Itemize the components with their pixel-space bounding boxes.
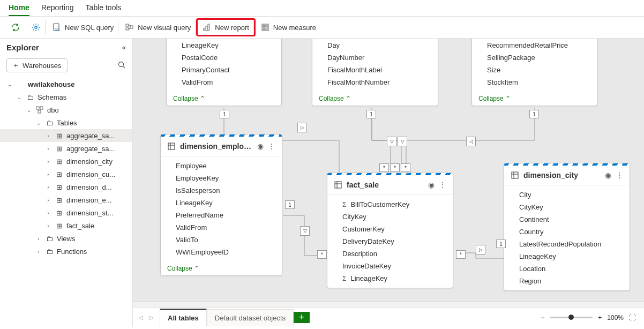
- field: PostalCode: [167, 51, 281, 64]
- explorer-tree: ⌄wwilakehouse ⌄🗀Schemas ⌄dbo ⌄🗀Tables ›⊞…: [0, 77, 132, 327]
- field: LatestRecordedPopulation: [504, 238, 630, 250]
- diagram-card-partial-3[interactable]: RecommendedRetailPrice SellingPackage Si…: [471, 39, 597, 106]
- svg-rect-3: [126, 24, 129, 26]
- tab-table-tools[interactable]: Table tools: [86, 3, 122, 16]
- more-icon[interactable]: ⋮: [616, 171, 623, 180]
- zoom-out-button[interactable]: −: [541, 314, 544, 321]
- tab-home[interactable]: Home: [9, 3, 29, 16]
- table-row[interactable]: ›⊞dimension_city: [0, 155, 132, 168]
- field: PreferredName: [161, 209, 282, 221]
- more-icon[interactable]: ⋮: [268, 142, 275, 151]
- explorer-panel: Explorer « ＋ Warehouses ⌄wwilakehouse ⌄🗀…: [0, 39, 133, 327]
- tree-dbo[interactable]: ⌄dbo: [0, 103, 132, 116]
- tab-reporting[interactable]: Reporting: [41, 3, 74, 16]
- svg-rect-13: [266, 28, 267, 29]
- horizontal-scrollbar[interactable]: [133, 301, 644, 308]
- new-measure-button[interactable]: New measure: [256, 20, 320, 35]
- ribbon-tabs: Home Reporting Table tools: [0, 0, 644, 17]
- sql-icon: SQL: [52, 23, 62, 32]
- field: FiscalMonthNumber: [312, 76, 438, 88]
- field: RecommendedRetailPrice: [472, 39, 597, 51]
- diagram-card-fact-sale[interactable]: fact_sale ◉ ⋮ ΣBillToCustomerKey CityKey…: [327, 173, 453, 288]
- table-row[interactable]: ›⊞dimension_d...: [0, 181, 132, 193]
- field: InvoiceDateKey: [327, 260, 453, 272]
- svg-point-0: [35, 26, 37, 28]
- new-sql-query-button[interactable]: SQL New SQL query: [48, 20, 118, 35]
- add-warehouse-button[interactable]: ＋ Warehouses: [6, 58, 68, 72]
- measure-icon: [260, 23, 270, 32]
- new-visual-query-button[interactable]: New visual query: [121, 20, 196, 35]
- table-icon: ⊞: [55, 196, 63, 204]
- toolbar: SQL New SQL query New visual query New r…: [0, 17, 644, 39]
- folder-icon: 🗀: [45, 234, 54, 243]
- svg-point-14: [119, 62, 124, 66]
- svg-rect-15: [36, 107, 39, 109]
- svg-rect-5: [130, 26, 133, 28]
- tree-tables[interactable]: ⌄🗀Tables: [0, 116, 132, 129]
- field: Employee: [161, 160, 282, 172]
- table-row[interactable]: ›⊞aggregate_sa...: [0, 142, 132, 155]
- search-icon[interactable]: [117, 61, 126, 71]
- sigma-icon: Σ: [342, 275, 346, 282]
- table-row[interactable]: ›⊞dimension_cu...: [0, 168, 132, 181]
- zoom-in-button[interactable]: +: [598, 314, 602, 321]
- cardinality-many: *: [390, 163, 400, 172]
- diagram-card-city[interactable]: dimension_city ◉ ⋮ City CityKey Continen…: [504, 163, 630, 291]
- diagram-card-employee[interactable]: dimension_employee ◉ ⋮ Employee Employee…: [160, 134, 282, 276]
- model-canvas[interactable]: LineageKey PostalCode PrimaryContact Val…: [133, 39, 644, 301]
- field: CityKey: [327, 211, 453, 223]
- field: StockItem: [472, 76, 597, 88]
- refresh-button[interactable]: [6, 20, 25, 35]
- collapse-button[interactable]: Collapse ⌃: [167, 92, 281, 106]
- collapse-button[interactable]: Collapse ⌃: [161, 261, 282, 275]
- table-icon: ⊞: [55, 221, 63, 230]
- tree-views[interactable]: ›🗀Views: [0, 232, 132, 245]
- table-row[interactable]: ›⊞dimension_e...: [0, 193, 132, 206]
- table-row[interactable]: ›⊞aggregate_sa...: [0, 129, 132, 142]
- visual-query-icon: [125, 23, 134, 32]
- cardinality-many: *: [456, 250, 466, 259]
- tree-functions[interactable]: ›🗀Functions: [0, 245, 132, 258]
- fit-to-screen-icon[interactable]: ⛶: [629, 314, 635, 321]
- field: ValidFrom: [167, 76, 281, 88]
- field: WWIEmployeeID: [161, 246, 282, 258]
- nav-prev-icon[interactable]: ▷: [147, 313, 156, 323]
- settings-button[interactable]: [27, 20, 46, 35]
- nav-first-icon[interactable]: ◁: [136, 313, 146, 323]
- more-icon[interactable]: ⋮: [439, 181, 446, 189]
- table-icon: ⊞: [55, 183, 63, 191]
- table-row[interactable]: ›⊞fact_sale: [0, 219, 132, 232]
- svg-rect-7: [206, 26, 207, 31]
- tree-database[interactable]: ⌄wwilakehouse: [0, 78, 132, 91]
- cardinality-one: 1: [529, 110, 539, 118]
- field: DeliveryDateKey: [327, 235, 453, 248]
- diagram-card-partial-1[interactable]: LineageKey PostalCode PrimaryContact Val…: [166, 39, 282, 106]
- diagram-card-partial-2[interactable]: Day DayNumber FiscalMonthLabel FiscalMon…: [312, 39, 438, 106]
- visibility-icon[interactable]: ◉: [428, 181, 435, 189]
- tree-schemas[interactable]: ⌄🗀Schemas: [0, 91, 132, 103]
- field: Region: [504, 275, 630, 287]
- collapse-button[interactable]: Collapse ⌃: [472, 92, 597, 106]
- collapse-explorer-icon[interactable]: «: [122, 43, 126, 51]
- cardinality-many: *: [317, 250, 327, 259]
- svg-rect-20: [512, 172, 518, 178]
- table-icon: ⊞: [55, 208, 63, 217]
- toolbar-label: New report: [215, 24, 249, 32]
- field: Size: [472, 64, 597, 76]
- add-tab-button[interactable]: +: [294, 312, 310, 323]
- collapse-button[interactable]: Collapse ⌃: [312, 92, 438, 106]
- new-report-button[interactable]: New report: [198, 20, 254, 35]
- sigma-icon: Σ: [342, 201, 346, 208]
- zoom-slider[interactable]: [550, 317, 593, 318]
- field: Country: [504, 226, 630, 238]
- filter-direction-icon: ▷: [476, 245, 485, 255]
- visibility-icon[interactable]: ◉: [257, 142, 264, 151]
- visibility-icon[interactable]: ◉: [605, 171, 611, 180]
- footer-tab-all-tables[interactable]: All tables: [160, 309, 207, 326]
- svg-rect-6: [204, 28, 205, 31]
- svg-rect-18: [168, 143, 175, 149]
- table-row[interactable]: ›⊞dimension_st...: [0, 206, 132, 219]
- field: FiscalMonthLabel: [312, 64, 438, 76]
- footer-tab-default-dataset[interactable]: Default dataset objects: [207, 309, 294, 326]
- field: EmployeeKey: [161, 172, 282, 184]
